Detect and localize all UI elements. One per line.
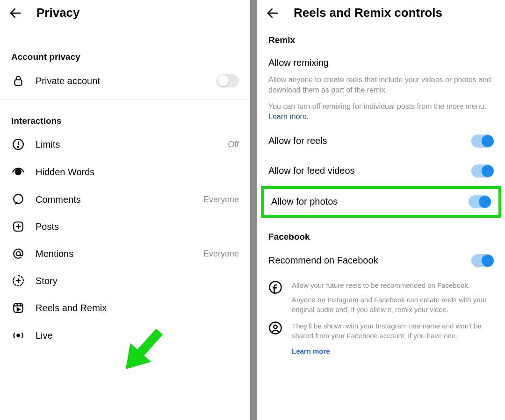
live-row[interactable]: Live	[0, 321, 250, 349]
user-circle-icon	[268, 321, 282, 337]
learn-more-link[interactable]: Learn more.	[268, 113, 309, 121]
section-interactions: Interactions	[0, 100, 250, 131]
allow-for-reels-row[interactable]: Allow for reels	[257, 126, 505, 156]
alert-circle-icon	[11, 138, 25, 150]
eye-hidden-icon	[11, 165, 25, 178]
reels-remix-row[interactable]: Reels and Remix	[0, 294, 250, 321]
reels-header: Reels and Remix controls	[257, 0, 505, 24]
at-sign-icon	[11, 248, 25, 260]
svg-point-2	[18, 146, 19, 148]
section-account-privacy: Account privacy	[0, 24, 250, 67]
comments-row[interactable]: Comments Everyone	[0, 186, 250, 213]
back-arrow-icon[interactable]	[266, 6, 280, 20]
plus-square-icon	[11, 221, 25, 233]
learn-more-link[interactable]: Learn more	[292, 347, 330, 355]
private-account-label: Private account	[36, 76, 206, 86]
svg-rect-7	[14, 303, 23, 313]
posts-row[interactable]: Posts	[0, 213, 250, 240]
lock-icon	[11, 75, 25, 87]
svg-point-12	[274, 325, 277, 328]
private-account-toggle[interactable]	[216, 74, 239, 87]
allow-for-feed-videos-row[interactable]: Allow for feed videos	[257, 156, 505, 186]
svg-point-8	[17, 334, 19, 336]
page-title: Privacy	[36, 6, 80, 20]
story-row[interactable]: Story	[0, 267, 250, 294]
private-account-row[interactable]: Private account	[0, 67, 250, 95]
reels-remix-panel: Reels and Remix controls Remix Allow rem…	[257, 0, 505, 420]
allow-feed-videos-toggle[interactable]	[471, 164, 494, 178]
highlight-box: Allow for photos	[261, 186, 501, 218]
allow-photos-toggle[interactable]	[469, 195, 491, 208]
facebook-note-1: Allow your future reels to be recommende…	[257, 276, 505, 316]
mentions-row[interactable]: Mentions Everyone	[0, 240, 250, 267]
allow-for-photos-row[interactable]: Allow for photos	[264, 189, 498, 215]
reels-icon	[11, 302, 25, 314]
limits-row[interactable]: Limits Off	[0, 131, 250, 158]
hidden-words-row[interactable]: Hidden Words	[0, 158, 250, 186]
facebook-note-2: They'll be shown with your Instagram use…	[257, 316, 505, 358]
comment-icon	[11, 193, 25, 206]
svg-rect-0	[14, 80, 22, 85]
allow-remixing-label: Allow remixing	[257, 49, 505, 73]
recommend-facebook-toggle[interactable]	[471, 254, 494, 267]
svg-point-3	[15, 169, 21, 175]
facebook-circle-icon	[268, 280, 282, 296]
svg-point-4	[14, 194, 23, 204]
privacy-header: Privacy	[0, 0, 250, 24]
page-title: Reels and Remix controls	[294, 6, 442, 20]
remix-description-2: You can turn off remixing for individual…	[257, 100, 505, 126]
recommend-on-facebook-row[interactable]: Recommend on Facebook	[257, 246, 505, 276]
story-add-icon	[11, 275, 25, 287]
svg-point-6	[16, 252, 21, 256]
remix-description-1: Allow anyone to create reels that includ…	[257, 73, 505, 100]
allow-reels-toggle[interactable]	[471, 135, 494, 148]
facebook-heading: Facebook	[257, 221, 505, 246]
back-arrow-icon[interactable]	[8, 6, 22, 20]
broadcast-icon	[11, 329, 25, 342]
privacy-panel: Privacy Account privacy Private account …	[0, 0, 250, 420]
remix-heading: Remix	[257, 24, 505, 49]
